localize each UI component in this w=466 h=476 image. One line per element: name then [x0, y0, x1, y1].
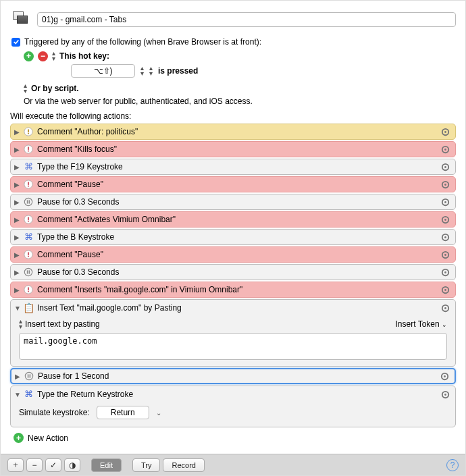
action-row[interactable]: ▶ ⌘ Type the B Keystroke [10, 229, 456, 245]
gear-icon[interactable] [438, 180, 452, 190]
svg-rect-6 [28, 147, 29, 150]
chevron-down-icon[interactable]: ⌄ [156, 409, 161, 417]
gear-icon[interactable] [438, 215, 452, 225]
trigger-enabled-checkbox[interactable] [11, 38, 20, 47]
action-label: Type the F19 Keystroke [34, 162, 438, 171]
hotkey-mode-stepper[interactable]: ▴▾ [149, 65, 153, 76]
disclosure-icon[interactable]: ▶ [14, 251, 22, 259]
gear-icon[interactable] [438, 371, 451, 381]
action-row[interactable]: ▶ Comment "Inserts "mail.google.com" in … [10, 282, 456, 298]
svg-point-46 [25, 372, 32, 379]
svg-rect-48 [30, 374, 31, 377]
add-icon: + [14, 433, 24, 443]
action-row[interactable]: ▶ Comment "Kills focus" [10, 141, 456, 157]
toggle-button[interactable]: ◑ [64, 458, 80, 472]
help-button[interactable]: ? [446, 459, 459, 471]
action-label: Comment "Inserts "mail.google.com" in Vi… [34, 285, 438, 294]
simulate-keystroke-label: Simulate keystroke: [19, 408, 90, 417]
add-trigger-button[interactable]: + [24, 51, 34, 61]
keystroke-selector[interactable]: Return [97, 406, 149, 419]
or-script-label: Or by script. [31, 84, 79, 93]
svg-point-38 [444, 271, 446, 273]
action-row[interactable]: ▶ Comment "Author: politicus" [10, 124, 456, 140]
svg-point-11 [444, 166, 446, 168]
disclosure-icon[interactable]: ▶ [14, 286, 22, 294]
svg-rect-1 [28, 130, 29, 132]
gear-icon[interactable] [438, 250, 452, 260]
gear-icon[interactable] [438, 232, 452, 242]
action-row-expanded[interactable]: ▼ 📋 Insert Text "mail.google.com" by Pas… [10, 299, 456, 367]
svg-rect-14 [28, 186, 29, 187]
action-row[interactable]: ▶ Pause for 0.3 Seconds [10, 264, 456, 280]
macro-icon [10, 9, 32, 30]
action-row-expanded[interactable]: ▼ ⌘ Type the Return Keystroke Simulate k… [10, 386, 456, 427]
action-row[interactable]: ▶ Comment "Pause" [10, 176, 456, 192]
svg-point-28 [444, 236, 446, 238]
try-button[interactable]: Try [132, 458, 160, 472]
gear-icon[interactable] [438, 197, 452, 207]
hotkey-mode-label: is pressed [158, 66, 198, 76]
keystroke-icon: ⌘ [22, 232, 34, 242]
remove-trigger-button[interactable]: − [38, 51, 48, 61]
add-button[interactable]: ＋ [7, 458, 24, 472]
new-action-button[interactable]: + New Action [10, 431, 456, 444]
hotkey-label: This hot key: [59, 51, 109, 61]
disclosure-icon[interactable]: ▶ [14, 128, 22, 136]
action-label: Comment "Pause" [34, 180, 438, 189]
svg-point-52 [444, 394, 446, 396]
svg-point-26 [444, 219, 446, 221]
insert-token-button[interactable]: Insert Token ⌄ [396, 319, 448, 329]
gear-icon[interactable] [438, 144, 452, 155]
svg-point-50 [444, 375, 446, 377]
svg-rect-19 [29, 200, 30, 203]
action-row[interactable]: ▶ Pause for 1 Second [10, 368, 456, 384]
hotkey-recorder[interactable]: ⌥⇧) [71, 64, 135, 78]
action-row[interactable]: ▶ Comment "Activates Vimium Omnibar" [10, 211, 456, 228]
disclosure-icon[interactable]: ▼ [14, 305, 22, 312]
svg-point-34 [24, 268, 32, 275]
svg-rect-31 [28, 256, 29, 257]
gear-icon[interactable] [438, 127, 452, 137]
disclosure-icon[interactable]: ▶ [14, 146, 22, 153]
keystroke-icon: ⌘ [22, 389, 34, 400]
disclosure-icon[interactable]: ▶ [14, 234, 22, 241]
pause-icon [22, 267, 34, 277]
trigger-type-stepper[interactable]: ▴▾ [52, 51, 55, 61]
action-row[interactable]: ▶ ⌘ Type the F19 Keystroke [10, 159, 456, 175]
gear-icon[interactable] [438, 267, 452, 277]
disclosure-icon[interactable]: ▶ [14, 269, 22, 276]
record-button[interactable]: Record [163, 458, 204, 472]
comment-icon [22, 285, 34, 294]
disclosure-icon[interactable]: ▶ [14, 163, 22, 171]
insert-text-textarea[interactable] [19, 333, 447, 360]
svg-point-16 [444, 184, 446, 186]
svg-point-45 [444, 307, 446, 309]
gear-icon[interactable] [438, 162, 452, 172]
enable-button[interactable]: ✓ [45, 458, 61, 472]
action-label: Comment "Kills focus" [34, 144, 438, 154]
insert-mode-stepper[interactable]: ▴▾ [19, 319, 22, 329]
comment-icon [22, 180, 34, 189]
disclosure-icon[interactable]: ▼ [14, 391, 22, 398]
bottom-toolbar: ＋ − ✓ ◑ Edit Try Record ? [1, 454, 465, 475]
gear-icon[interactable] [438, 390, 452, 400]
macro-title-input[interactable] [37, 12, 456, 27]
edit-button[interactable]: Edit [91, 458, 122, 472]
disclosure-icon[interactable]: ▶ [14, 216, 22, 223]
comment-icon [22, 127, 34, 136]
remove-button[interactable]: − [26, 458, 43, 472]
keystroke-icon: ⌘ [22, 161, 34, 172]
hotkey-options-stepper[interactable]: ▴▾ [140, 65, 144, 76]
svg-rect-47 [28, 374, 29, 377]
gear-icon[interactable] [438, 285, 452, 295]
disclosure-icon[interactable]: ▶ [14, 181, 22, 188]
action-row[interactable]: ▶ Pause for 0.3 Seconds [10, 194, 456, 210]
new-action-label: New Action [28, 433, 68, 443]
actions-header: Will execute the following actions: [10, 111, 456, 121]
or-script-stepper[interactable]: ▴▾ [24, 83, 27, 94]
gear-icon[interactable] [438, 303, 452, 313]
svg-rect-2 [28, 133, 29, 134]
action-row[interactable]: ▶ Comment "Pause" [10, 246, 456, 263]
disclosure-icon[interactable]: ▶ [15, 373, 23, 380]
disclosure-icon[interactable]: ▶ [14, 199, 22, 206]
